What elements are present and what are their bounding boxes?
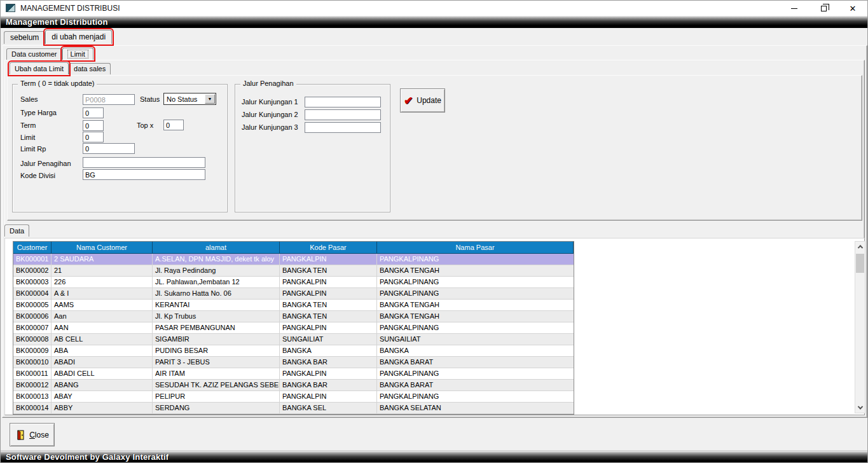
table-cell[interactable]: 2 SAUDARA [52, 254, 153, 265]
column-header[interactable]: Nama Pasar [377, 242, 574, 253]
tab-data-sales[interactable]: data sales [69, 63, 111, 74]
table-cell[interactable]: BK000002 [13, 265, 52, 276]
close-window-button[interactable]: ✕ [838, 1, 867, 16]
column-header[interactable]: Kode Pasar [280, 242, 377, 253]
table-cell[interactable]: PUDING BESAR [153, 345, 280, 356]
table-row[interactable]: BK000007AANPASAR PEMBANGUNANPANGKALPINPA… [13, 322, 574, 334]
table-cell[interactable]: ABA [52, 345, 153, 356]
table-cell[interactable]: SERDANG [153, 403, 280, 413]
table-cell[interactable]: BANGKA SEL [280, 403, 377, 413]
table-cell[interactable]: BK000014 [13, 403, 52, 413]
minimize-button[interactable] [780, 1, 809, 16]
table-cell[interactable]: BANGKA TENGAH [377, 311, 574, 322]
table-cell[interactable]: SUNGAILIAT [280, 334, 377, 345]
limit-input[interactable] [83, 132, 104, 142]
scroll-up-icon[interactable] [855, 242, 865, 252]
table-cell[interactable]: BANGKA TEN [280, 300, 377, 310]
table-row[interactable]: BK000006AanJl. Kp TrubusBANGKA TENBANGKA… [13, 311, 574, 322]
table-cell[interactable]: PASAR PEMBANGUNAN [153, 322, 280, 333]
table-cell[interactable]: A.SELAN, DPN MASJID, deket tk aloy [153, 254, 280, 265]
table-row[interactable]: BK000014ABBYSERDANGBANGKA SELBANGKA SELA… [13, 403, 574, 414]
table-cell[interactable]: BK000001 [13, 254, 52, 265]
table-cell[interactable]: BK000011 [13, 368, 52, 379]
table-cell[interactable]: BK000008 [13, 334, 52, 345]
table-row[interactable]: BK000010ABADIPARIT 3 - JEBUSBANGKA BARBA… [13, 357, 574, 368]
column-header[interactable]: Customer [13, 242, 52, 253]
table-cell[interactable]: PELIPUR [153, 391, 280, 402]
column-header[interactable]: Nama Customer [52, 242, 153, 253]
tab-limit[interactable]: Limit [62, 48, 93, 60]
table-cell[interactable]: ABADI CELL [52, 368, 153, 379]
table-cell[interactable]: PANGKALPINANG [377, 368, 574, 379]
update-button[interactable]: ✔ Update [400, 88, 445, 113]
scrollbar-thumb[interactable] [856, 254, 864, 273]
table-cell[interactable]: ABANG [52, 380, 153, 390]
table-cell[interactable]: PANGKALPINANG [377, 277, 574, 287]
table-cell[interactable]: PANGKALPIN [280, 254, 377, 265]
jalur-kunjungan-3-input[interactable] [305, 122, 381, 133]
table-row[interactable]: BK000008AB CELLSIGAMBIRSUNGAILIATSUNGAIL… [13, 334, 574, 345]
table-row[interactable]: BK000005AAMSKERANTAIBANGKA TENBANGKA TEN… [13, 300, 574, 311]
table-cell[interactable]: AAN [52, 322, 153, 333]
jalur-kunjungan-1-input[interactable] [305, 97, 381, 107]
scroll-down-icon[interactable] [855, 403, 865, 413]
table-cell[interactable]: BANGKA BARAT [377, 357, 574, 368]
table-row[interactable]: BK0000012 SAUDARAA.SELAN, DPN MASJID, de… [13, 254, 574, 265]
table-cell[interactable]: BK000006 [13, 311, 52, 322]
table-cell[interactable]: ABBY [52, 403, 153, 413]
table-cell[interactable]: BK000010 [13, 357, 52, 368]
table-cell[interactable]: BK000012 [13, 380, 52, 390]
tab-data[interactable]: Data [4, 225, 29, 237]
table-row[interactable]: BK000004A & IJl. Sukarno Hatta No. 06PAN… [13, 288, 574, 300]
table-cell[interactable]: BK000009 [13, 345, 52, 356]
vertical-scrollbar[interactable] [855, 241, 865, 413]
table-row[interactable]: BK000012ABANGSESUDAH TK. AZIZ PELANGAS S… [13, 380, 574, 391]
table-cell[interactable]: BANGKA TEN [280, 311, 377, 322]
table-cell[interactable]: BANGKA TENGAH [377, 300, 574, 310]
table-cell[interactable]: PARIT 3 - JEBUS [153, 357, 280, 368]
table-cell[interactable]: 226 [52, 277, 153, 287]
table-cell[interactable]: PANGKALPIN [280, 391, 377, 402]
table-cell[interactable]: PANGKALPINANG [377, 254, 574, 265]
table-cell[interactable]: JL. Pahlawan,Jembatan 12 [153, 277, 280, 287]
table-cell[interactable]: A & I [52, 288, 153, 299]
table-cell[interactable]: BANGKA BAR [280, 357, 377, 368]
table-row[interactable]: BK000009ABAPUDING BESARBANGKABANGKA [13, 345, 574, 357]
table-cell[interactable]: PANGKALPINANG [377, 322, 574, 333]
table-cell[interactable]: PANGKALPINANG [377, 391, 574, 402]
status-combobox[interactable]: No Status ▼ [163, 93, 216, 105]
tab-di-ubah-menjadi[interactable]: di ubah menjadi [45, 30, 112, 44]
restore-button[interactable] [809, 1, 838, 16]
table-cell[interactable]: BANGKA [280, 345, 377, 356]
table-cell[interactable]: KERANTAI [153, 300, 280, 310]
table-cell[interactable]: BANGKA TENGAH [377, 265, 574, 276]
kode-divisi-input[interactable] [83, 169, 205, 180]
table-cell[interactable]: Jl. Kp Trubus [153, 311, 280, 322]
topx-input[interactable] [163, 120, 184, 130]
table-cell[interactable]: BK000003 [13, 277, 52, 287]
table-cell[interactable]: Jl. Raya Pedindang [153, 265, 280, 276]
table-cell[interactable]: BANGKA TEN [280, 265, 377, 276]
table-cell[interactable]: BK000005 [13, 300, 52, 310]
table-row[interactable]: BK000013ABAYPELIPURPANGKALPINPANGKALPINA… [13, 391, 574, 403]
table-cell[interactable]: ABAY [52, 391, 153, 402]
table-cell[interactable]: BANGKA BAR [280, 380, 377, 390]
table-cell[interactable]: 21 [52, 265, 153, 276]
table-cell[interactable]: AIR ITAM [153, 368, 280, 379]
table-cell[interactable]: PANGKALPIN [280, 368, 377, 379]
table-cell[interactable]: PANGKALPIN [280, 322, 377, 333]
limit-rp-input[interactable] [83, 143, 135, 154]
close-button[interactable]: Close [10, 423, 55, 446]
table-cell[interactable]: SUNGAILIAT [377, 334, 574, 345]
table-cell[interactable]: AB CELL [52, 334, 153, 345]
jalur-kunjungan-2-input[interactable] [305, 109, 381, 120]
table-cell[interactable]: BANGKA BARAT [377, 380, 574, 390]
tab-sebelum[interactable]: sebelum [4, 31, 45, 44]
table-cell[interactable]: SESUDAH TK. AZIZ PELANGAS SEBELAH K [153, 380, 280, 390]
table-cell[interactable]: AAMS [52, 300, 153, 310]
table-cell[interactable]: PANGKALPINANG [377, 288, 574, 299]
table-cell[interactable]: PANGKALPIN [280, 288, 377, 299]
table-row[interactable]: BK000003226JL. Pahlawan,Jembatan 12PANGK… [13, 277, 574, 288]
table-cell[interactable]: BK000013 [13, 391, 52, 402]
table-cell[interactable]: BK000004 [13, 288, 52, 299]
